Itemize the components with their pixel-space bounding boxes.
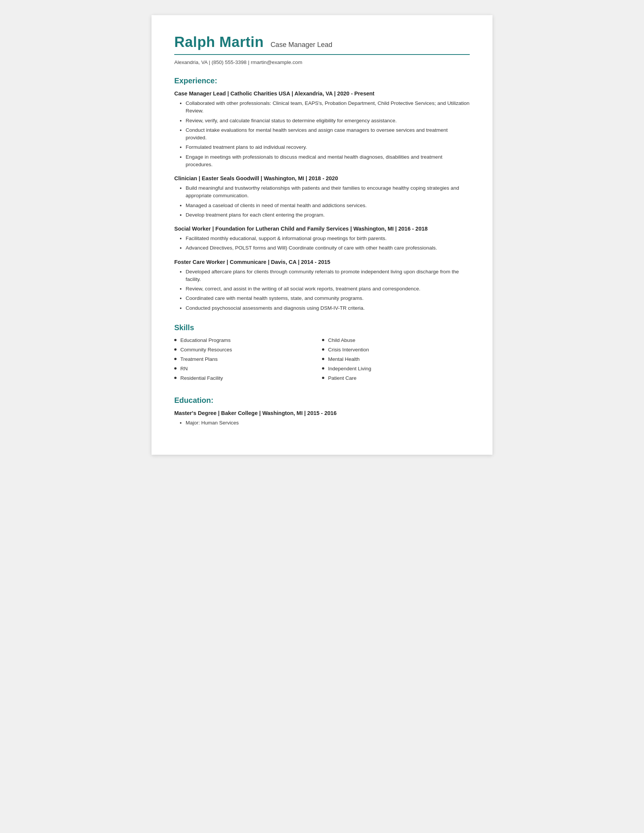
skill-bullet-icon — [174, 339, 177, 341]
skill-right-1: Crisis Intervention — [322, 347, 462, 352]
job-bullets-3: Developed aftercare plans for clients th… — [174, 268, 470, 312]
job-entry-2: Social Worker | Foundation for Lutheran … — [174, 226, 470, 252]
job-bullet-2-1: Advanced Directives, POLST forms and Wil… — [186, 244, 470, 252]
edu-bullets-0: Major: Human Services — [174, 419, 470, 427]
skill-left-0: Educational Programs — [174, 338, 314, 343]
job-entry-1: Clinician | Easter Seals Goodwill | Wash… — [174, 175, 470, 219]
skill-bullet-icon — [174, 377, 177, 379]
skills-right-col: Child AbuseCrisis InterventionMental Hea… — [322, 338, 470, 385]
skill-left-2: Treatment Plans — [174, 356, 314, 362]
skill-label-right-3: Independent Living — [328, 366, 371, 371]
skills-left-col: Educational ProgramsCommunity ResourcesT… — [174, 338, 322, 385]
name-title-row: Ralph Martin Case Manager Lead — [174, 34, 470, 50]
job-bullet-0-1: Review, verify, and calculate financial … — [186, 117, 470, 125]
experience-section: Experience: Case Manager Lead | Catholic… — [174, 77, 470, 312]
resume-page: Ralph Martin Case Manager Lead Alexandri… — [151, 15, 493, 455]
job-bullets-0: Collaborated with other professionals: C… — [174, 100, 470, 169]
education-section-title: Education: — [174, 396, 470, 405]
education-container: Master's Degree | Baker College | Washin… — [174, 410, 470, 427]
header-divider — [174, 54, 470, 55]
edu-bullet-0-0: Major: Human Services — [186, 419, 470, 427]
skill-label-left-1: Community Resources — [180, 347, 232, 352]
edu-entry-0: Master's Degree | Baker College | Washin… — [174, 410, 470, 427]
contact-info: Alexandria, VA | (850) 555-3398 | rmarti… — [174, 60, 470, 65]
skill-left-3: RN — [174, 366, 314, 371]
job-title: Case Manager Lead — [270, 41, 332, 49]
job-entry-3: Foster Care Worker | Communicare | Davis… — [174, 259, 470, 312]
skill-bullet-icon — [322, 377, 324, 379]
job-bullet-0-0: Collaborated with other professionals: C… — [186, 100, 470, 115]
skill-bullet-icon — [174, 367, 177, 370]
skill-bullet-icon — [322, 358, 324, 360]
skill-label-right-1: Crisis Intervention — [328, 347, 369, 352]
education-section: Education: Master's Degree | Baker Colle… — [174, 396, 470, 427]
job-bullet-0-4: Engage in meetings with professionals to… — [186, 153, 470, 169]
skill-label-right-0: Child Abuse — [328, 338, 355, 343]
skill-label-right-2: Mental Health — [328, 356, 359, 362]
skill-label-left-4: Residential Facility — [180, 375, 223, 381]
job-header-2: Social Worker | Foundation for Lutheran … — [174, 226, 470, 232]
person-name: Ralph Martin — [174, 34, 264, 50]
skills-grid: Educational ProgramsCommunity ResourcesT… — [174, 338, 470, 385]
skill-label-left-0: Educational Programs — [180, 338, 231, 343]
edu-header-0: Master's Degree | Baker College | Washin… — [174, 410, 470, 416]
skill-label-right-4: Patient Care — [328, 375, 356, 381]
job-bullet-0-2: Conduct intake evaluations for mental he… — [186, 127, 470, 142]
skill-right-3: Independent Living — [322, 366, 462, 371]
skill-bullet-icon — [322, 339, 324, 341]
skill-label-left-2: Treatment Plans — [180, 356, 218, 362]
job-entry-0: Case Manager Lead | Catholic Charities U… — [174, 90, 470, 169]
experience-section-title: Experience: — [174, 77, 470, 85]
skill-label-left-3: RN — [180, 366, 188, 371]
skill-left-1: Community Resources — [174, 347, 314, 352]
job-bullet-3-1: Review, correct, and assist in the writi… — [186, 285, 470, 293]
header-section: Ralph Martin Case Manager Lead Alexandri… — [174, 34, 470, 65]
job-bullet-1-1: Managed a caseload of clients in need of… — [186, 202, 470, 209]
job-header-0: Case Manager Lead | Catholic Charities U… — [174, 90, 470, 96]
job-header-3: Foster Care Worker | Communicare | Davis… — [174, 259, 470, 265]
job-bullet-3-0: Developed aftercare plans for clients th… — [186, 268, 470, 284]
experience-container: Case Manager Lead | Catholic Charities U… — [174, 90, 470, 312]
skill-right-0: Child Abuse — [322, 338, 462, 343]
job-bullet-2-0: Facilitated monthly educational, support… — [186, 235, 470, 242]
skill-bullet-icon — [174, 358, 177, 360]
job-bullet-1-0: Build meaningful and trustworthy relatio… — [186, 184, 470, 200]
skill-left-4: Residential Facility — [174, 375, 314, 381]
skill-bullet-icon — [322, 348, 324, 351]
job-bullet-3-3: Conducted psychosocial assessments and d… — [186, 304, 470, 312]
job-header-1: Clinician | Easter Seals Goodwill | Wash… — [174, 175, 470, 182]
skills-section: Skills Educational ProgramsCommunity Res… — [174, 323, 470, 385]
job-bullet-1-2: Develop treatment plans for each client … — [186, 211, 470, 219]
skill-right-2: Mental Health — [322, 356, 462, 362]
skill-bullet-icon — [174, 348, 177, 351]
skill-bullet-icon — [322, 367, 324, 370]
job-bullet-0-3: Formulated treatment plans to aid indivi… — [186, 143, 470, 151]
skill-right-4: Patient Care — [322, 375, 462, 381]
job-bullet-3-2: Coordinated care with mental health syst… — [186, 294, 470, 302]
job-bullets-2: Facilitated monthly educational, support… — [174, 235, 470, 252]
job-bullets-1: Build meaningful and trustworthy relatio… — [174, 184, 470, 219]
skills-section-title: Skills — [174, 323, 470, 332]
